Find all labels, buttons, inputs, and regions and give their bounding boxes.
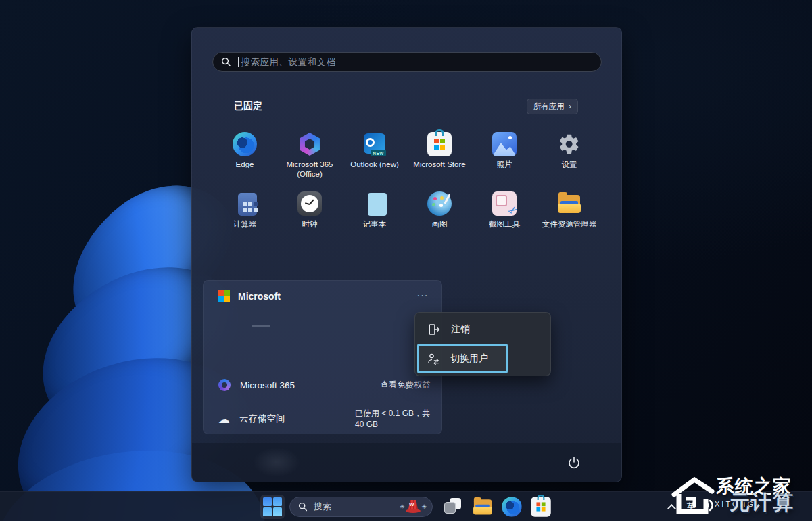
app-tile-outlook[interactable]: NEW Outlook (new) bbox=[342, 127, 407, 186]
taskbar-search-placeholder: 搜索 bbox=[314, 501, 400, 513]
app-label: 截图工具 bbox=[489, 219, 520, 229]
taskbar: 搜索 ✳ W ✳ 英 bbox=[0, 491, 812, 521]
app-label: 画图 bbox=[432, 219, 448, 229]
app-tile-notepad[interactable]: 记事本 bbox=[342, 186, 407, 246]
cloud-storage-label: 云存储空间 bbox=[239, 413, 285, 425]
notepad-icon bbox=[362, 191, 387, 216]
account-placeholder-dash bbox=[252, 325, 270, 327]
account-more-button[interactable]: ··· bbox=[413, 288, 432, 304]
app-tile-calculator[interactable]: 计算器 bbox=[212, 186, 277, 246]
windows-logo-icon bbox=[263, 497, 283, 517]
microsoft-store-icon bbox=[531, 497, 551, 517]
app-tile-microsoft-store[interactable]: Microsoft Store bbox=[407, 127, 472, 186]
calculator-icon bbox=[233, 191, 257, 216]
account-card: Microsoft ··· Microsoft 365 查看免费权益 ☁ 云存储… bbox=[203, 280, 442, 434]
search-placeholder: 搜索应用、设置和文档 bbox=[241, 56, 336, 68]
edge-icon bbox=[502, 497, 522, 517]
app-tile-paint[interactable]: 画图 bbox=[407, 186, 472, 246]
app-label: 计算器 bbox=[233, 219, 257, 229]
pinned-app-grid: Edge Microsoft 365 (Office) NEW Outlook … bbox=[212, 127, 603, 246]
app-tile-file-explorer[interactable]: 文件资源管理器 bbox=[537, 186, 602, 246]
app-tile-snipping-tool[interactable]: ✂ 截图工具 bbox=[472, 186, 537, 246]
app-tile-edge[interactable]: Edge bbox=[212, 127, 277, 186]
switch-user-icon bbox=[427, 352, 440, 365]
start-button[interactable] bbox=[260, 495, 285, 519]
cloud-icon: ☁ bbox=[218, 413, 230, 425]
taskbar-search-box[interactable]: 搜索 ✳ W ✳ bbox=[289, 497, 433, 517]
microsoft-logo-icon bbox=[218, 290, 230, 302]
text-caret bbox=[238, 57, 239, 67]
all-apps-button[interactable]: 所有应用 › bbox=[527, 99, 578, 114]
app-label: 文件资源管理器 bbox=[542, 219, 597, 229]
account-header[interactable]: Microsoft bbox=[218, 290, 281, 302]
file-explorer-icon bbox=[473, 497, 493, 517]
app-tile-microsoft-365[interactable]: Microsoft 365 (Office) bbox=[277, 127, 342, 186]
app-label: 记事本 bbox=[363, 219, 387, 229]
search-highlight-hat-icon[interactable]: ✳ W ✳ bbox=[400, 499, 427, 514]
task-view-button[interactable] bbox=[440, 495, 464, 519]
microsoft-365-mini-icon bbox=[218, 379, 231, 391]
app-label: Microsoft 365 (Office) bbox=[279, 160, 341, 179]
language-indicator[interactable]: 英 bbox=[687, 501, 696, 513]
microsoft-365-icon bbox=[297, 132, 322, 156]
microsoft-store-icon bbox=[427, 132, 452, 156]
app-label: Microsoft Store bbox=[413, 160, 465, 169]
search-icon bbox=[298, 502, 308, 512]
account-context-menu: 注销 切换用户 bbox=[414, 312, 551, 376]
taskbar-edge-button[interactable] bbox=[500, 495, 524, 519]
tray-chevron-up-icon[interactable] bbox=[667, 504, 676, 513]
cloud-usage-text: 已使用 < 0.1 GB，共 40 GB bbox=[355, 408, 431, 430]
new-badge: NEW bbox=[371, 150, 386, 156]
start-menu-panel: 搜索应用、设置和文档 已固定 所有应用 › Edge Microsoft 365… bbox=[191, 27, 622, 482]
power-button[interactable] bbox=[562, 451, 586, 475]
microsoft-365-row[interactable]: Microsoft 365 查看免费权益 bbox=[204, 374, 441, 396]
snipping-tool-icon: ✂ bbox=[492, 191, 517, 216]
pinned-section-title: 已固定 bbox=[234, 100, 262, 112]
edge-icon bbox=[233, 132, 257, 156]
settings-gear-icon bbox=[557, 132, 581, 156]
sign-out-icon bbox=[427, 323, 441, 336]
search-icon bbox=[221, 57, 231, 67]
clock-icon bbox=[297, 191, 322, 216]
app-label: 照片 bbox=[497, 160, 512, 169]
app-tile-photos[interactable]: 照片 bbox=[472, 127, 537, 186]
app-tile-settings[interactable]: 设置 bbox=[537, 127, 602, 186]
taskbar-file-explorer-button[interactable] bbox=[471, 495, 495, 519]
wallpaper-glow bbox=[253, 447, 300, 477]
chevron-right-icon: › bbox=[569, 101, 571, 111]
menu-item-switch-user[interactable]: 切换用户 bbox=[417, 344, 508, 373]
microsoft-365-label: Microsoft 365 bbox=[240, 380, 295, 390]
view-benefits-link[interactable]: 查看免费权益 bbox=[380, 380, 431, 391]
app-tile-clock[interactable]: 时钟 bbox=[277, 186, 342, 246]
app-label: Outlook (new) bbox=[350, 160, 399, 169]
start-menu-search-input[interactable]: 搜索应用、设置和文档 bbox=[212, 52, 602, 72]
start-menu-bottom-bar bbox=[192, 443, 621, 482]
menu-item-sign-out[interactable]: 注销 bbox=[418, 317, 549, 342]
paint-icon bbox=[427, 191, 452, 216]
sign-out-label: 注销 bbox=[451, 323, 470, 336]
app-label: 时钟 bbox=[302, 219, 318, 229]
taskbar-store-button[interactable] bbox=[529, 495, 553, 519]
photos-icon bbox=[492, 132, 517, 156]
account-name: Microsoft bbox=[238, 291, 281, 302]
all-apps-label: 所有应用 bbox=[533, 101, 565, 112]
app-label: 设置 bbox=[562, 160, 577, 169]
outlook-icon: NEW bbox=[362, 132, 387, 156]
app-label: Edge bbox=[236, 160, 254, 169]
switch-user-label: 切换用户 bbox=[450, 353, 488, 365]
cloud-storage-row[interactable]: ☁ 云存储空间 已使用 < 0.1 GB，共 40 GB bbox=[204, 404, 441, 434]
power-icon bbox=[567, 455, 581, 470]
file-explorer-icon bbox=[557, 191, 581, 216]
